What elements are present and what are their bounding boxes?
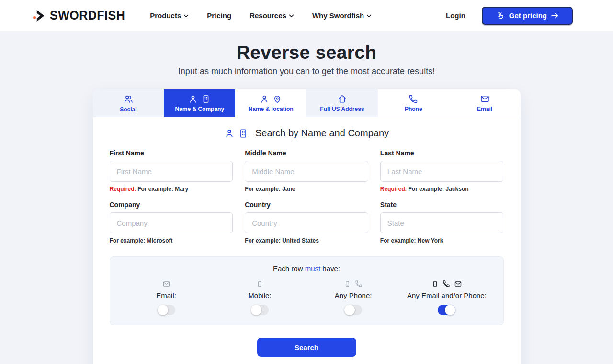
last-name-input[interactable] [380,161,504,182]
search-type-tabs: Social Name & Company [93,89,521,117]
hint-text: For example: Microsoft [110,237,173,244]
required-label: Required. [380,186,407,192]
company-label: Company [110,201,233,209]
field-middle-name: Middle Name For example: Jane [245,149,368,192]
must-have-title: Each row must have: [120,265,494,273]
phone-icon [443,280,450,287]
must-title-suffix: have: [322,265,340,273]
field-last-name: Last Name Required. For example: Jackson [380,149,504,192]
option-label: Mobile: [248,291,271,299]
option-label: Any Phone: [335,291,372,299]
first-name-hint: Required. For example: Mary [110,186,233,192]
option-label: Any Email and/or Phone: [407,291,487,299]
get-pricing-button[interactable]: Get pricing [482,7,573,25]
phone-icon [355,280,363,287]
email-icon [480,94,490,104]
tab-phone[interactable]: Phone [378,89,449,117]
search-form: First Name Required. For example: Mary M… [110,149,504,244]
tab-label: Social [120,106,136,113]
swordfish-logo-icon [33,9,46,23]
must-have-panel: Each row must have: Email: Mobile: [110,256,504,325]
must-title-emphasis: must [305,265,321,273]
nav-item-products[interactable]: Products [150,11,189,20]
section-title: Search by Name and Company [255,128,389,139]
page-subtitle: Input as much information you can to get… [0,66,613,77]
page-title: Reverse search [0,42,613,63]
must-title-prefix: Each row [273,265,303,273]
option-any-phone: Any Phone: [306,279,400,315]
last-name-label: Last Name [380,149,504,157]
main-nav: Products Pricing Resources Why Swordfish [150,11,372,20]
arrow-right-icon [551,13,558,19]
state-label: State [380,201,504,209]
tab-full-us-address[interactable]: Full US Address [306,89,378,117]
state-input[interactable] [380,212,504,233]
login-link[interactable]: Login [446,11,465,20]
top-navigation: SWORDFISH Products Pricing Resources Why… [0,0,613,31]
hint-text: For example: Jackson [409,186,469,192]
toggle-knob [158,305,168,315]
get-pricing-label: Get pricing [509,11,547,20]
chevron-down-icon [183,14,189,18]
people-icon [123,94,134,104]
company-input[interactable] [110,212,233,233]
nav-item-resources[interactable]: Resources [250,11,294,20]
option-any-email-or-phone: Any Email and/or Phone: [400,279,493,315]
nav-label: Resources [250,11,286,20]
required-label: Required. [110,186,136,192]
option-email: Email: [120,279,213,315]
nav-item-why-swordfish[interactable]: Why Swordfish [312,11,372,20]
country-hint: For example: United States [245,237,368,244]
field-state: State For example: New York [380,201,504,244]
person-icon [224,128,235,139]
option-mobile: Mobile: [213,279,306,315]
phone-icon [409,94,418,104]
nav-item-pricing[interactable]: Pricing [207,11,231,20]
tab-email[interactable]: Email [449,89,521,117]
toggle-knob [251,305,261,315]
mobile-toggle[interactable] [251,305,269,315]
swordfish-logo[interactable]: SWORDFISH [33,9,125,23]
last-name-hint: Required. For example: Jackson [380,186,504,192]
middle-name-label: Middle Name [245,149,368,157]
hint-text: For example: United States [245,237,319,244]
nav-label: Products [150,11,181,20]
tab-social[interactable]: Social [93,89,164,117]
middle-name-hint: For example: Jane [245,186,368,192]
state-hint: For example: New York [380,237,504,244]
chevron-down-icon [289,14,294,18]
search-button[interactable]: Search [257,338,356,357]
location-pin-icon [272,94,282,104]
any-phone-toggle[interactable] [344,305,362,315]
hint-text: For example: New York [380,237,443,244]
email-toggle[interactable] [158,305,175,315]
tab-label: Phone [405,106,422,112]
company-hint: For example: Microsoft [110,237,233,244]
any-email-or-phone-toggle[interactable] [438,305,455,315]
mobile-icon [256,280,263,288]
tab-name-and-location[interactable]: Name & location [235,89,306,117]
first-name-input[interactable] [110,161,233,182]
hint-text: For example: Jane [245,186,295,192]
reverse-search-card: Social Name & Company [93,89,521,364]
hint-text: For example: Mary [137,186,188,192]
building-icon [201,94,211,104]
country-input[interactable] [245,212,368,233]
nav-label: Why Swordfish [312,11,364,20]
option-label: Email: [156,291,176,299]
tab-label: Email [477,106,492,112]
person-icon [188,94,198,104]
tab-name-and-company[interactable]: Name & Company [164,89,235,117]
chevron-down-icon [366,14,372,18]
mobile-icon [431,280,439,288]
toggle-knob [445,305,455,315]
home-icon [337,94,347,104]
tab-label: Full US Address [320,106,364,112]
middle-name-input[interactable] [245,161,368,182]
envelope-icon [162,280,170,288]
person-icon [260,94,269,104]
building-icon [238,128,249,139]
field-company: Company For example: Microsoft [110,201,233,244]
nav-label: Pricing [207,11,231,20]
first-name-label: First Name [110,149,233,157]
